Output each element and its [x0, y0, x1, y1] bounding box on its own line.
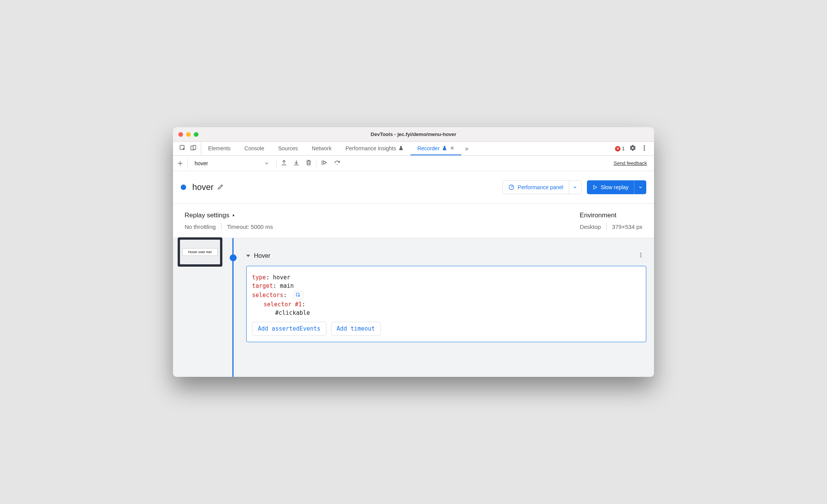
chevron-right-icon	[232, 213, 235, 218]
svg-point-3	[644, 145, 645, 146]
timeline-pane: Hover over me! Hover type: hover ta	[173, 238, 654, 377]
thumb-button-label: Hover over me!	[182, 248, 218, 256]
step-name: Hover	[254, 252, 271, 259]
svg-rect-2	[193, 145, 196, 150]
svg-point-4	[644, 147, 645, 148]
recording-select-value: hover	[195, 160, 208, 166]
add-timeout-button[interactable]: Add timeout	[331, 322, 381, 336]
error-count: 1	[622, 146, 625, 151]
close-tab-icon[interactable]: ✕	[450, 145, 454, 151]
devtools-window: DevTools - jec.fyi/demo/menu-hover Eleme…	[173, 127, 654, 377]
add-asserted-events-button[interactable]: Add assertedEvents	[252, 322, 326, 336]
kv-type-key: type	[252, 274, 266, 281]
environment-device: Desktop	[580, 223, 601, 230]
inspect-icon[interactable]	[179, 144, 186, 153]
settings-icon[interactable]	[629, 144, 636, 153]
flask-icon	[442, 146, 447, 151]
kv-target-val[interactable]: : main	[273, 282, 294, 289]
slow-replay-button[interactable]: Slow replay	[587, 180, 634, 194]
kv-target-key: target	[252, 282, 273, 289]
timeout-value: Timeout: 5000 ms	[227, 223, 273, 230]
step-over-icon[interactable]	[333, 159, 341, 168]
svg-point-8	[640, 253, 642, 254]
chevron-down-icon	[264, 161, 269, 166]
svg-point-6	[337, 164, 338, 165]
performance-panel-button[interactable]: Performance panel	[503, 180, 569, 194]
inspect-icon	[296, 292, 301, 298]
pick-selector-button[interactable]	[293, 291, 303, 299]
kv-selector1-val[interactable]: #clickable	[275, 309, 310, 316]
tab-console[interactable]: Console	[237, 142, 271, 155]
step-icon[interactable]	[320, 159, 328, 168]
svg-point-9	[640, 255, 642, 256]
svg-point-5	[644, 149, 645, 150]
replay-settings-toggle[interactable]: Replay settings	[185, 212, 580, 219]
recorder-toolbar: hover Send feedback	[173, 156, 654, 171]
recording-title: hover	[192, 182, 213, 192]
devtools-tabbar: Elements Console Sources Network Perform…	[173, 142, 654, 156]
environment-heading: Environment	[580, 212, 616, 219]
step-more-icon[interactable]	[638, 252, 644, 260]
traffic-lights	[178, 132, 198, 137]
minimize-window-button[interactable]	[186, 132, 191, 137]
performance-panel-dropdown[interactable]	[569, 180, 582, 194]
send-feedback-link[interactable]: Send feedback	[614, 160, 647, 166]
environment-size: 379×534 px	[612, 223, 642, 230]
titlebar: DevTools - jec.fyi/demo/menu-hover	[173, 127, 654, 142]
kv-selector1-key: selector #1	[264, 301, 302, 308]
more-tabs-icon[interactable]: »	[461, 145, 472, 152]
chevron-down-icon	[638, 185, 643, 190]
recording-status-dot	[181, 185, 186, 190]
caret-down-icon	[246, 255, 250, 257]
recording-select[interactable]: hover	[192, 158, 272, 169]
timeline-track	[227, 238, 239, 377]
throttling-value: No throttling	[185, 223, 216, 230]
import-icon[interactable]	[293, 159, 300, 168]
export-icon[interactable]	[281, 159, 287, 168]
edit-title-icon[interactable]	[217, 183, 224, 192]
close-window-button[interactable]	[178, 132, 183, 137]
error-badge[interactable]: ✕ 1	[615, 146, 625, 151]
slow-replay-dropdown[interactable]	[634, 180, 646, 194]
tab-network[interactable]: Network	[305, 142, 338, 155]
window-title: DevTools - jec.fyi/demo/menu-hover	[173, 131, 654, 137]
chevron-down-icon	[573, 185, 577, 190]
step-detail: type: hover target: main selectors: sele…	[246, 266, 646, 342]
delete-icon[interactable]	[305, 159, 312, 168]
play-icon	[592, 185, 598, 190]
tab-recorder[interactable]: Recorder ✕	[410, 142, 461, 155]
kv-selectors-key: selectors	[252, 292, 283, 299]
error-icon: ✕	[615, 146, 620, 151]
step-header[interactable]: Hover	[246, 252, 646, 260]
maximize-window-button[interactable]	[194, 132, 198, 137]
new-recording-button[interactable]	[177, 158, 188, 169]
svg-point-10	[640, 256, 642, 257]
device-toggle-icon[interactable]	[190, 144, 197, 153]
tab-sources[interactable]: Sources	[271, 142, 305, 155]
tab-elements[interactable]: Elements	[201, 142, 237, 155]
thumbnail-column: Hover over me!	[173, 238, 227, 377]
gauge-icon	[508, 184, 514, 190]
panel-tabs: Elements Console Sources Network Perform…	[201, 142, 472, 155]
kv-type-val[interactable]: : hover	[266, 274, 290, 281]
step-thumbnail[interactable]: Hover over me!	[178, 237, 222, 267]
more-vert-icon[interactable]	[641, 144, 648, 153]
timeline-dot	[230, 254, 237, 261]
recording-header: hover Performance panel Slow replay	[173, 171, 654, 204]
tab-performance-insights[interactable]: Performance insights	[338, 142, 410, 155]
settings-row: Replay settings No throttling Timeout: 5…	[173, 204, 654, 238]
flask-icon	[398, 146, 403, 151]
